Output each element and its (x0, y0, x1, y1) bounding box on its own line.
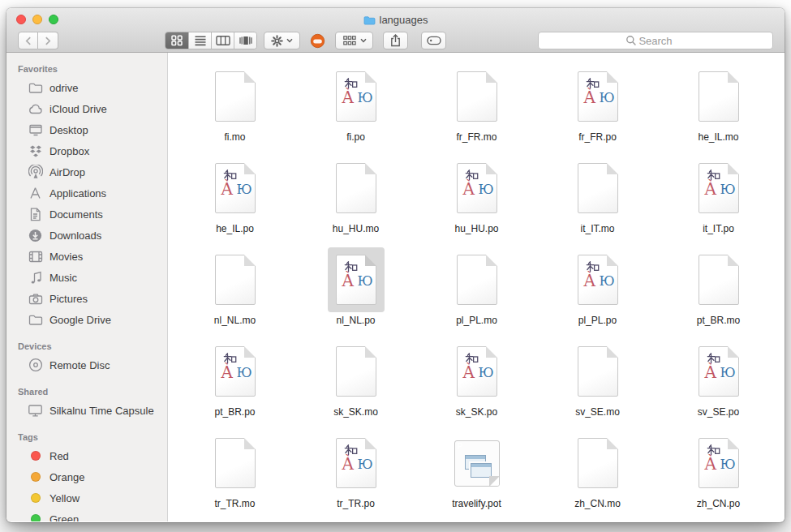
file-sk-sk-mo[interactable]: sk_SK.mo (295, 339, 416, 431)
sidebar-item-applications[interactable]: Applications (6, 182, 167, 204)
file-label: tr_TR.mo (209, 497, 260, 510)
file-zh-cn-mo[interactable]: zh_CN.mo (537, 431, 658, 522)
file-icon-wrap: P (449, 431, 505, 496)
file-pt-br-mo[interactable]: pt_BR.mo (658, 247, 779, 339)
file-pt-br-po[interactable]: ÀЮpt_BR.po (174, 339, 295, 431)
sidebar-item-music[interactable]: Music (6, 267, 167, 288)
mo-file-icon (336, 346, 376, 397)
file-nl-nl-po[interactable]: ÀЮnl_NL.po (295, 247, 416, 339)
sidebar-item-dropbox[interactable]: Dropbox (6, 140, 167, 161)
arrange-icon (342, 35, 357, 46)
sidebar-item-remote-disc[interactable]: Remote Disc (6, 354, 167, 375)
file-fi-mo[interactable]: fi.mo (174, 64, 295, 156)
file-hu-hu-mo[interactable]: hu_HU.mo (295, 156, 416, 247)
file-label: fr_FR.po (574, 131, 621, 144)
icon-view-button[interactable] (166, 32, 188, 49)
file-fr-fr-po[interactable]: ÀЮfr_FR.po (537, 64, 658, 156)
file-he-il-po[interactable]: ÀЮhe_IL.po (174, 156, 295, 247)
file-it-it-po[interactable]: ÀЮit_IT.po (658, 156, 779, 247)
file-travelify-pot[interactable]: Ptravelify.pot (416, 431, 537, 522)
sidebar-item-odrive[interactable]: odrive (6, 77, 167, 98)
file-sv-se-po[interactable]: ÀЮsv_SE.po (658, 339, 779, 431)
action-menu-button[interactable] (264, 32, 300, 49)
sidebar-item-airdrop[interactable]: AirDrop (6, 161, 167, 182)
page-fold (486, 346, 497, 358)
sidebar-item-documents[interactable]: Documents (6, 204, 167, 225)
sidebar-item-green[interactable]: Green (6, 508, 167, 521)
sidebar-item-desktop[interactable]: Desktop (6, 119, 167, 140)
file-tr-tr-po[interactable]: ÀЮtr_TR.po (295, 431, 416, 522)
share-button[interactable] (383, 32, 408, 49)
page-fold (489, 476, 500, 487)
sidebar-item-icloud-drive[interactable]: iCloud Drive (6, 98, 167, 119)
page-fold (728, 346, 739, 358)
file-label: travelify.pot (447, 497, 505, 510)
window-chrome: languages (6, 8, 785, 53)
file-pl-pl-mo[interactable]: pl_PL.mo (416, 247, 537, 339)
forward-button[interactable] (38, 32, 58, 49)
cyrillic-glyph: Ю (720, 367, 736, 380)
file-he-il-mo[interactable]: he_IL.mo (658, 64, 779, 156)
sidebar-item-silkalnu-time-capsule[interactable]: Silkalnu Time Capsule (6, 400, 167, 421)
window-title: languages (380, 14, 428, 26)
file-icon-wrap: ÀЮ (690, 431, 747, 496)
latin-glyph: À (584, 89, 595, 105)
page-fold (607, 438, 618, 449)
latin-glyph: À (705, 181, 716, 197)
camera-icon (28, 291, 43, 307)
odrive-toolbar-button[interactable] (309, 32, 325, 49)
window-body: FavoritesodriveiCloud DriveDesktopDropbo… (6, 53, 785, 521)
toolbar (6, 30, 785, 51)
sidebar-item-yellow[interactable]: Yellow (6, 487, 167, 508)
page-fold (244, 71, 256, 83)
file-nl-nl-mo[interactable]: nl_NL.mo (174, 247, 295, 339)
mo-file-icon (336, 163, 376, 213)
latin-glyph: À (221, 181, 233, 197)
file-tr-tr-mo[interactable]: tr_TR.mo (174, 431, 295, 522)
po-file-icon: ÀЮ (699, 346, 739, 397)
file-label: sk_SK.po (451, 405, 502, 418)
chevron-down-icon (360, 38, 367, 43)
file-hu-hu-po[interactable]: ÀЮhu_HU.po (416, 156, 537, 247)
file-label: he_IL.mo (693, 131, 743, 144)
file-label: hu_HU.mo (328, 222, 384, 235)
airdrop-icon (28, 165, 43, 180)
sidebar-item-orange[interactable]: Orange (6, 466, 167, 487)
chevron-left-icon (25, 36, 32, 45)
sidebar-item-google-drive[interactable]: Google Drive (6, 309, 167, 330)
page-fold (728, 255, 739, 266)
list-view-button[interactable] (188, 32, 211, 49)
coverflow-view-button[interactable] (234, 32, 256, 49)
back-button[interactable] (18, 32, 38, 49)
display-icon (28, 403, 43, 418)
file-sk-sk-po[interactable]: ÀЮsk_SK.po (416, 339, 537, 431)
arrange-menu-button[interactable] (335, 32, 373, 49)
sidebar-item-label: Applications (49, 187, 106, 200)
search-input[interactable] (538, 32, 773, 49)
file-fr-fr-mo[interactable]: fr_FR.mo (416, 64, 537, 156)
sidebar-item-movies[interactable]: Movies (6, 246, 167, 267)
file-icon-wrap: ÀЮ (570, 64, 626, 129)
latin-glyph: À (463, 364, 475, 380)
po-file-icon: ÀЮ (699, 163, 739, 213)
file-it-it-mo[interactable]: it_IT.mo (537, 156, 658, 247)
file-pl-pl-po[interactable]: ÀЮpl_PL.po (537, 247, 658, 339)
file-label: nl_NL.mo (209, 314, 260, 327)
file-sv-se-mo[interactable]: sv_SE.mo (537, 339, 658, 431)
sidebar-item-red[interactable]: Red (6, 445, 167, 466)
file-fi-po[interactable]: ÀЮfi.po (295, 64, 416, 156)
column-view-button[interactable] (211, 32, 234, 49)
file-zh-cn-po[interactable]: ÀЮzh_CN.po (658, 431, 779, 522)
sidebar-item-label: Dropbox (49, 145, 89, 157)
document-icon (28, 207, 43, 222)
sidebar-item-label: iCloud Drive (49, 103, 107, 115)
sidebar-item-downloads[interactable]: Downloads (6, 225, 167, 246)
tags-button[interactable] (421, 32, 446, 49)
file-icon-wrap: ÀЮ (207, 339, 264, 404)
file-label: zh_CN.mo (570, 497, 625, 510)
sidebar-item-pictures[interactable]: Pictures (6, 288, 167, 309)
sidebar-item-label: Documents (49, 208, 103, 221)
po-file-icon: ÀЮ (457, 163, 497, 213)
file-label: pt_BR.po (209, 405, 260, 418)
desktop-icon (28, 122, 43, 138)
